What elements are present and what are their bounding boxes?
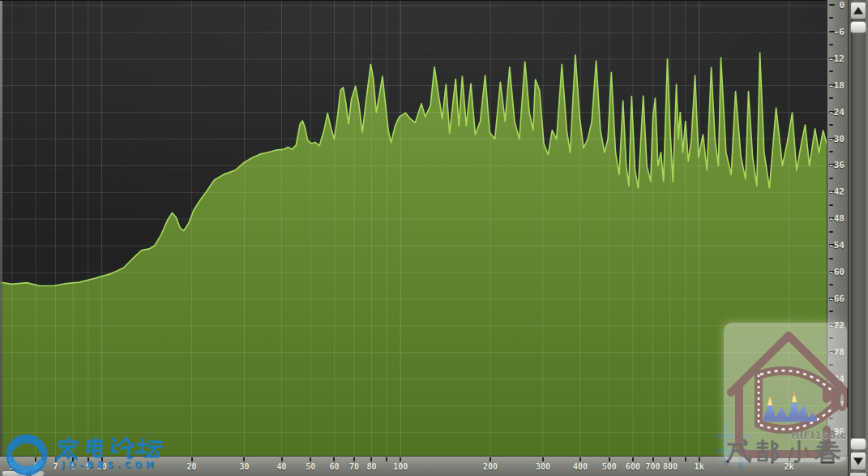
- db-tick-label: -90: [828, 401, 844, 410]
- db-tick: [829, 97, 833, 99]
- freq-tick-label: 400: [573, 462, 588, 471]
- db-tick: [829, 364, 833, 366]
- freq-tick: [652, 457, 654, 461]
- spectrum-analyzer-window: 0-6-12-18-24-30-36-42-48-54-60-66-72-78-…: [0, 0, 868, 476]
- freq-tick-label: 9: [86, 462, 91, 471]
- freq-tick: [281, 457, 283, 461]
- freq-tick-label: 20: [187, 462, 197, 471]
- freq-tick: [632, 457, 634, 461]
- freq-tick: [243, 457, 245, 461]
- freq-tick: [191, 457, 193, 461]
- db-tick: [829, 4, 835, 6]
- freq-tick: [88, 457, 89, 461]
- freq-tick: [542, 457, 544, 461]
- freq-tick-label: 50: [306, 462, 315, 471]
- cutoff-widget-left[interactable]: [2, 471, 27, 476]
- db-tick: [829, 337, 833, 339]
- freq-tick: [370, 457, 372, 461]
- spectrum-plot[interactable]: [0, 0, 827, 456]
- freq-tick-label: 7: [53, 462, 58, 471]
- db-tick: [829, 151, 833, 152]
- freq-tick-label: 600: [626, 462, 640, 471]
- freq-tick-label: 300: [536, 462, 550, 471]
- freq-tick-label: 80: [366, 462, 376, 471]
- freq-tick: [72, 457, 74, 461]
- db-tick: [829, 44, 833, 45]
- freq-tick-label: 200: [483, 462, 498, 471]
- plot-left-bevel: [0, 1, 2, 457]
- freq-tick-label: 1k: [695, 462, 704, 471]
- db-tick-label: -42: [828, 187, 844, 196]
- cutoff-scroll-widget[interactable]: [850, 473, 866, 476]
- freq-tick: [699, 457, 700, 461]
- db-tick-label: -84: [828, 375, 844, 384]
- freq-tick-label: 2k: [785, 462, 794, 471]
- spectrum-fill: [0, 53, 827, 457]
- freq-tick: [11, 457, 13, 461]
- db-tick: [829, 231, 833, 233]
- db-tick-label: -12: [828, 54, 844, 63]
- freq-tick: [669, 457, 671, 461]
- db-tick-label: -66: [828, 294, 844, 303]
- db-tick: [829, 204, 833, 206]
- db-tick: [829, 391, 833, 392]
- freq-tick: [386, 457, 387, 461]
- freq-tick: [55, 457, 57, 461]
- db-tick-label: -72: [828, 321, 844, 330]
- freq-tick: [789, 457, 790, 461]
- freq-tick: [685, 457, 686, 461]
- freq-tick-label: 500: [602, 462, 617, 471]
- db-tick: [829, 258, 833, 259]
- db-tick-label: -96: [828, 427, 844, 436]
- db-tick: [829, 178, 833, 179]
- db-tick: [829, 124, 833, 126]
- freq-tick: [490, 457, 491, 461]
- db-tick-label: -60: [828, 268, 844, 277]
- freq-tick-label: 800: [663, 462, 678, 471]
- scroll-down-button[interactable]: [850, 452, 866, 470]
- freq-tick-label: 8: [71, 462, 75, 471]
- db-tick: [829, 71, 833, 72]
- db-tick: [829, 17, 833, 19]
- freq-tick-label: 30: [239, 462, 249, 471]
- db-tick: [829, 311, 833, 312]
- cutoff-widget-right[interactable]: [31, 471, 44, 476]
- db-tick-label: -54: [828, 241, 844, 250]
- db-tick-label: -6: [834, 28, 844, 36]
- freq-tick: [35, 457, 36, 461]
- spectrum-canvas: [0, 1, 827, 457]
- freq-tick: [310, 457, 311, 461]
- freq-tick-label: 700: [646, 462, 661, 471]
- freq-tick-label: 70: [349, 462, 359, 471]
- db-tick-label: -36: [828, 161, 844, 169]
- db-tick: [829, 284, 833, 285]
- scrollbar-thumb-top[interactable]: [850, 21, 866, 33]
- frequency-axis-ruler: 5678910203040506070801002003004005006007…: [0, 456, 848, 476]
- freq-tick: [333, 457, 335, 461]
- vertical-scrollbar: [848, 0, 868, 476]
- freq-tick: [353, 457, 355, 461]
- freq-tick-label: 60: [329, 462, 339, 471]
- freq-tick: [101, 457, 103, 461]
- freq-tick-label: 10: [97, 462, 107, 471]
- db-tick: [829, 444, 833, 446]
- scrollbar-track[interactable]: [851, 19, 866, 438]
- freq-tick: [579, 457, 581, 461]
- freq-tick: [400, 457, 401, 461]
- scrollbar-thumb-bottom[interactable]: [850, 438, 866, 450]
- db-tick-label: -78: [828, 348, 844, 357]
- freq-tick-label: 100: [393, 462, 408, 471]
- db-tick-label: -48: [828, 214, 844, 223]
- freq-tick-label: 40: [276, 462, 286, 471]
- triangle-up-icon: [853, 7, 863, 15]
- freq-tick-label: 6: [33, 462, 38, 471]
- freq-tick: [609, 457, 610, 461]
- db-tick-label: -18: [828, 81, 844, 90]
- freq-tick-label: 5: [10, 462, 15, 471]
- db-tick-label: -30: [828, 135, 844, 144]
- db-axis-ruler: 0-6-12-18-24-30-36-42-48-54-60-66-72-78-…: [827, 0, 848, 456]
- triangle-down-icon: [853, 457, 863, 465]
- scroll-up-button[interactable]: [850, 2, 866, 19]
- db-tick-label: 0: [839, 1, 844, 10]
- db-tick-label: -24: [828, 108, 844, 117]
